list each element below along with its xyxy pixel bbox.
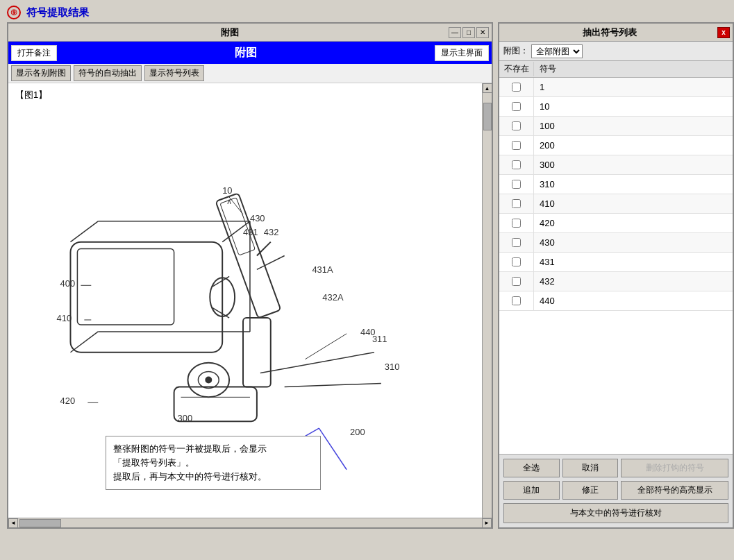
edit-button[interactable]: 修正 — [562, 481, 619, 500]
right-filter: 附图： 全部附图 — [499, 42, 733, 61]
svg-text:431: 431 — [243, 227, 258, 237]
svg-text:420: 420 — [60, 396, 76, 406]
checkbox-420[interactable] — [499, 214, 534, 232]
horizontal-scrollbar[interactable]: ◄ ► — [8, 518, 492, 527]
list-item: 300 — [499, 155, 733, 175]
scroll-up-arrow[interactable]: ▲ — [483, 83, 492, 93]
display-main-button[interactable]: 显示主界面 — [435, 45, 489, 61]
figure-filter-select[interactable]: 全部附图 — [531, 44, 583, 58]
list-item: 420 — [499, 214, 733, 233]
secondary-toolbar: 显示各别附图 符号的自动抽出 显示符号列表 — [8, 64, 492, 83]
symbol-value-430: 430 — [534, 236, 733, 249]
scroll-right-arrow[interactable]: ► — [482, 518, 492, 528]
symbol-value-100: 100 — [534, 119, 733, 133]
checkbox-440[interactable] — [499, 291, 534, 310]
right-panel-title: 抽出符号列表 — [502, 26, 717, 39]
open-notes-button[interactable]: 打开备注 — [11, 45, 57, 61]
header-not-exist: 不存在 — [499, 62, 534, 76]
svg-point-12 — [205, 377, 212, 384]
figure-area: 【图1】 — [8, 83, 492, 518]
cancel-button[interactable]: 取消 — [562, 459, 619, 477]
svg-text:430: 430 — [250, 213, 265, 223]
scroll-left-arrow[interactable]: ◄ — [8, 518, 18, 528]
show-symbol-list-btn[interactable]: 显示符号列表 — [144, 65, 204, 81]
symbol-value-300: 300 — [534, 158, 733, 171]
checkbox-310[interactable] — [499, 175, 534, 194]
svg-text:200: 200 — [350, 427, 365, 437]
svg-text:∧: ∧ — [226, 197, 232, 205]
circle-number: ⑨ — [7, 6, 21, 19]
symbol-table: 不存在 符号 1 10 100 200 300 310 — [499, 61, 733, 454]
callout-line2: 「提取符号列表」。 — [113, 456, 313, 470]
checkbox-431[interactable] — [499, 253, 534, 271]
svg-line-19 — [70, 332, 98, 353]
button-row-2: 追加 修正 全部符号的高亮显示 — [503, 481, 728, 500]
list-item: 440 — [499, 291, 733, 311]
minimize-button[interactable]: — — [449, 27, 461, 38]
checkbox-410[interactable] — [499, 194, 534, 213]
symbol-value-200: 200 — [534, 139, 733, 152]
list-item: 410 — [499, 194, 733, 214]
checkbox-200[interactable] — [499, 136, 534, 155]
confirm-button[interactable]: 与本文中的符号进行核对 — [503, 503, 728, 523]
svg-text:410: 410 — [57, 313, 72, 323]
right-close-button[interactable]: x — [717, 27, 730, 38]
filter-label: 附图： — [503, 45, 528, 57]
annotation-title: 符号提取结果 — [26, 6, 89, 19]
svg-text:400: 400 — [60, 278, 76, 289]
symbol-value-10: 10 — [534, 100, 733, 113]
add-button[interactable]: 追加 — [503, 481, 560, 500]
maximize-button[interactable]: □ — [462, 27, 475, 38]
svg-rect-7 — [243, 318, 271, 387]
toolbar-title: 附图 — [235, 46, 257, 60]
svg-rect-1 — [77, 249, 174, 325]
close-button[interactable]: ✕ — [476, 27, 489, 38]
list-item: 1 — [499, 78, 733, 97]
svg-text:300: 300 — [178, 413, 193, 423]
vertical-scrollbar[interactable]: ▲ — [482, 83, 492, 518]
main-toolbar: 打开备注 附图 显示主界面 — [8, 42, 492, 64]
highlight-button[interactable]: 全部符号的高亮显示 — [621, 481, 728, 500]
checkbox-430[interactable] — [499, 233, 534, 252]
checkbox-1[interactable] — [499, 78, 534, 96]
symbol-value-1: 1 — [534, 80, 733, 94]
callout-box: 整张附图的符号一并被提取后，会显示 「提取符号列表」。 提取后，再与本文中的符号… — [106, 436, 321, 490]
delete-button[interactable]: 删除打钩的符号 — [621, 459, 728, 477]
list-item: 310 — [499, 175, 733, 194]
main-window-title: 附图 — [11, 26, 449, 39]
top-annotation: ⑨ 符号提取结果 — [7, 6, 89, 19]
button-row-1: 全选 取消 删除打钩的符号 — [503, 459, 728, 477]
symbol-table-header: 不存在 符号 — [499, 61, 733, 78]
checkbox-432[interactable] — [499, 272, 534, 291]
callout-line3: 提取后，再与本文中的符号进行核对。 — [113, 470, 313, 484]
symbol-value-431: 431 — [534, 255, 733, 269]
auto-extract-btn[interactable]: 符号的自动抽出 — [74, 65, 142, 81]
list-item: 431 — [499, 253, 733, 272]
checkbox-10[interactable] — [499, 97, 534, 116]
show-individual-btn[interactable]: 显示各别附图 — [11, 65, 71, 81]
callout-line1: 整张附图的符号一并被提取后，会显示 — [113, 442, 313, 456]
select-all-button[interactable]: 全选 — [503, 459, 560, 477]
symbol-value-432: 432 — [534, 275, 733, 288]
svg-text:432A: 432A — [322, 292, 344, 303]
list-item: 200 — [499, 136, 733, 155]
svg-line-17 — [70, 221, 98, 242]
symbol-value-410: 410 — [534, 197, 733, 210]
svg-text:431A: 431A — [312, 264, 333, 275]
right-titlebar: 抽出符号列表 x — [499, 24, 733, 42]
svg-line-38 — [305, 334, 347, 359]
svg-text:10: 10 — [222, 185, 232, 196]
list-item: 100 — [499, 117, 733, 136]
main-titlebar: 附图 — □ ✕ — [8, 24, 492, 42]
h-scrollbar-thumb[interactable] — [19, 519, 61, 527]
symbol-value-440: 440 — [534, 294, 733, 307]
scrollbar-thumb[interactable] — [483, 103, 492, 130]
checkbox-100[interactable] — [499, 117, 534, 135]
svg-rect-5 — [215, 193, 281, 318]
checkbox-300[interactable] — [499, 155, 534, 174]
right-panel: 抽出符号列表 x 附图： 全部附图 不存在 符号 1 10 100 200 — [498, 22, 734, 529]
svg-line-9 — [257, 256, 285, 270]
svg-line-16 — [285, 383, 381, 387]
symbol-value-420: 420 — [534, 217, 733, 230]
svg-line-44 — [319, 428, 347, 470]
